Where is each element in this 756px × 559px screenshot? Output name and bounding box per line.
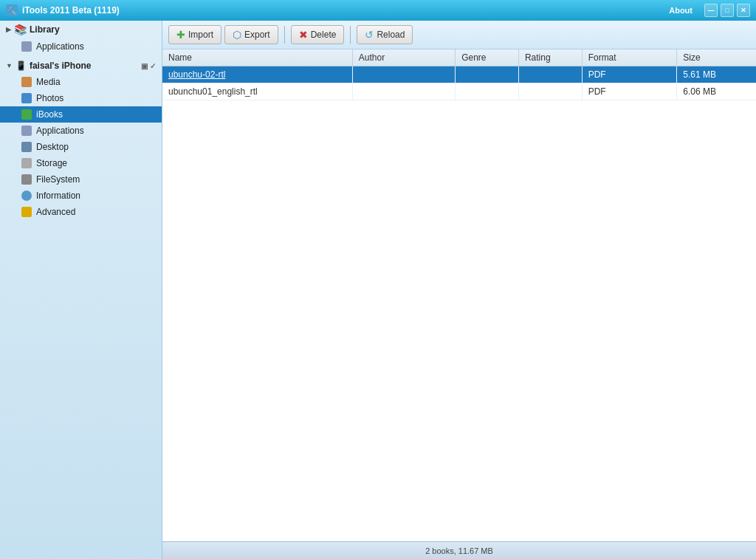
delete-button[interactable]: ✖ Delete xyxy=(291,25,345,44)
import-icon: ✚ xyxy=(176,29,185,41)
iphone-icon: 📱 xyxy=(16,61,27,71)
status-text: 2 books, 11.67 MB xyxy=(425,546,493,555)
iphone-badge: ▣ ✓ xyxy=(141,62,156,70)
photos-icon xyxy=(21,92,32,104)
sidebar: ▶ 📚 Library Applications ▼ 📱 faisal's iP… xyxy=(0,21,162,559)
sidebar-group-iphone[interactable]: ▼ 📱 faisal's iPhone ▣ ✓ xyxy=(0,58,162,74)
sidebar-desktop-label: Desktop xyxy=(36,142,69,152)
sidebar-item-library-apps[interactable]: Applications xyxy=(0,38,162,55)
table-area: Name Author Genre Rating Format Size ubu… xyxy=(162,49,756,541)
sidebar-item-media[interactable]: Media xyxy=(0,74,162,90)
sidebar-item-applications[interactable]: Applications xyxy=(0,123,162,139)
cell-size: 5.61 MB xyxy=(677,66,756,83)
books-table: Name Author Genre Rating Format Size ubu… xyxy=(162,49,756,100)
book-name-link[interactable]: ubunchu-02-rtl xyxy=(168,69,225,80)
col-header-format[interactable]: Format xyxy=(582,49,677,66)
toolbar-separator xyxy=(284,26,285,44)
maximize-button[interactable]: □ xyxy=(721,4,734,17)
window-controls: — □ ✕ xyxy=(704,4,750,17)
import-button[interactable]: ✚ Import xyxy=(168,25,221,44)
applications-icon xyxy=(21,125,32,137)
sidebar-item-advanced[interactable]: Advanced xyxy=(0,204,162,220)
cell-name: ubunchu-02-rtl xyxy=(162,66,352,83)
apps-icon xyxy=(21,41,32,52)
import-label: Import xyxy=(188,30,213,40)
col-header-size[interactable]: Size xyxy=(677,49,756,66)
toolbar: ✚ Import ⬡ Export ✖ Delete ↺ Reload xyxy=(162,21,756,49)
cell-author xyxy=(352,66,455,83)
filesystem-icon xyxy=(21,174,32,185)
sidebar-item-information[interactable]: Information xyxy=(0,188,162,204)
cell-author xyxy=(352,83,455,100)
cell-genre xyxy=(456,66,519,83)
content-area: ✚ Import ⬡ Export ✖ Delete ↺ Reload xyxy=(162,21,756,559)
cell-rating xyxy=(518,66,582,83)
reload-label: Reload xyxy=(377,30,405,40)
cell-genre xyxy=(456,83,519,100)
sidebar-group-library[interactable]: ▶ 📚 Library xyxy=(0,21,162,38)
col-header-genre[interactable]: Genre xyxy=(456,49,519,66)
sidebar-media-label: Media xyxy=(36,77,61,87)
reload-button[interactable]: ↺ Reload xyxy=(357,25,413,44)
close-button[interactable]: ✕ xyxy=(737,4,750,17)
sidebar-filesystem-label: FileSystem xyxy=(36,174,80,185)
about-link[interactable]: About xyxy=(669,6,693,15)
export-icon: ⬡ xyxy=(233,29,241,41)
table-row[interactable]: ubunchu-02-rtlPDF5.61 MB xyxy=(162,66,756,83)
sidebar-item-filesystem[interactable]: FileSystem xyxy=(0,171,162,188)
export-button[interactable]: ⬡ Export xyxy=(224,25,278,44)
sidebar-applications-label: Applications xyxy=(36,126,84,136)
window-title: iTools 2011 Beta (1119) xyxy=(22,5,120,16)
advanced-icon xyxy=(21,206,32,218)
sidebar-library-label: Library xyxy=(30,24,60,35)
delete-icon: ✖ xyxy=(299,29,308,41)
sidebar-iphone-label: faisal's iPhone xyxy=(30,61,92,71)
cell-name: ubunchu01_english_rtl xyxy=(162,83,352,100)
col-header-author[interactable]: Author xyxy=(352,49,455,66)
cell-format: PDF xyxy=(582,66,677,83)
col-header-name[interactable]: Name xyxy=(162,49,352,66)
media-icon xyxy=(21,76,32,88)
information-icon xyxy=(21,190,32,202)
delete-label: Delete xyxy=(311,30,337,40)
export-label: Export xyxy=(244,30,270,40)
sidebar-item-ibooks[interactable]: iBooks xyxy=(0,106,162,123)
cell-size: 6.06 MB xyxy=(677,83,756,100)
sidebar-photos-label: Photos xyxy=(36,93,63,103)
library-chevron-icon: ▶ xyxy=(6,26,11,33)
col-header-rating[interactable]: Rating xyxy=(518,49,582,66)
toolbar-separator-2 xyxy=(350,26,351,44)
sidebar-ibooks-label: iBooks xyxy=(36,109,63,120)
title-bar: 🔧 iTools 2011 Beta (1119) About — □ ✕ xyxy=(0,0,756,21)
library-icon: 📚 xyxy=(14,24,27,35)
sidebar-item-storage[interactable]: Storage xyxy=(0,155,162,171)
cell-rating xyxy=(518,83,582,100)
storage-icon xyxy=(21,157,32,169)
table-row[interactable]: ubunchu01_english_rtlPDF6.06 MB xyxy=(162,83,756,100)
iphone-chevron-icon: ▼ xyxy=(6,62,13,69)
app-icon: 🔧 xyxy=(6,4,18,16)
sidebar-information-label: Information xyxy=(36,191,80,201)
table-header-row: Name Author Genre Rating Format Size xyxy=(162,49,756,66)
sidebar-item-photos[interactable]: Photos xyxy=(0,90,162,106)
sidebar-library-apps-label: Applications xyxy=(36,41,84,52)
reload-icon: ↺ xyxy=(365,29,374,41)
sidebar-advanced-label: Advanced xyxy=(36,207,75,217)
main-layout: ▶ 📚 Library Applications ▼ 📱 faisal's iP… xyxy=(0,21,756,559)
cell-format: PDF xyxy=(582,83,677,100)
desktop-icon xyxy=(21,141,32,153)
status-bar: 2 books, 11.67 MB xyxy=(162,541,756,559)
sidebar-item-desktop[interactable]: Desktop xyxy=(0,139,162,155)
minimize-button[interactable]: — xyxy=(704,4,718,17)
ibooks-icon xyxy=(21,109,32,120)
title-bar-left: 🔧 iTools 2011 Beta (1119) xyxy=(6,4,120,16)
sidebar-storage-label: Storage xyxy=(36,158,67,168)
